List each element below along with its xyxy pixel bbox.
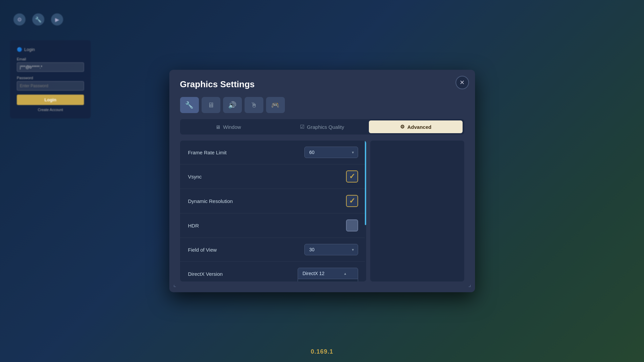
- directx-dropdown-arrow: ▲: [344, 272, 347, 275]
- directx-dropdown-container: DirectX 12 ▲ DirectX 12 DirectX 11: [298, 268, 358, 279]
- vsync-checkbox[interactable]: ✓: [346, 170, 358, 183]
- field-of-view-label: Field of View: [188, 247, 217, 253]
- tab-icons-row: 🔧 🖥 🔊 🖱 🎮: [180, 97, 464, 113]
- tab-icon-monitor[interactable]: 🖥: [202, 97, 220, 113]
- modal-overlay: Graphics Settings ✕ 🔧 🖥 🔊 🖱 🎮 🖥 Window ☑…: [0, 0, 644, 362]
- graphics-quality-icon: ☑: [300, 124, 304, 130]
- frame-rate-control: 30 60 120 Unlimited: [298, 147, 358, 158]
- setting-row-frame-rate: Frame Rate Limit 30 60 120 Unlimited: [180, 141, 366, 164]
- tab-window-label: Window: [223, 124, 241, 130]
- directx-control: DirectX 12 ▲ DirectX 12 DirectX 11: [298, 268, 358, 279]
- field-of-view-dropdown[interactable]: 20 30 45 60 75 90: [304, 244, 358, 255]
- field-of-view-control: 20 30 45 60 75 90: [298, 244, 358, 255]
- frame-rate-dropdown[interactable]: 30 60 120 Unlimited: [304, 147, 358, 158]
- right-panel: [370, 141, 464, 281]
- setting-row-hdr: HDR ✓: [180, 213, 366, 238]
- settings-panel: Frame Rate Limit 30 60 120 Unlimited: [180, 141, 366, 281]
- scroll-indicator: [365, 141, 366, 281]
- frame-rate-dropdown-wrapper: 30 60 120 Unlimited: [304, 147, 358, 158]
- directx-label: DirectX Version: [188, 268, 223, 277]
- dynamic-resolution-check-icon: ✓: [349, 197, 355, 205]
- tab-icon-gamepad[interactable]: 🎮: [266, 97, 285, 113]
- content-area: Frame Rate Limit 30 60 120 Unlimited: [180, 141, 464, 281]
- hdr-control: ✓: [298, 219, 358, 231]
- vsync-label: Vsync: [188, 174, 202, 179]
- directx-dropdown-button[interactable]: DirectX 12 ▲: [298, 268, 358, 279]
- modal-title: Graphics Settings: [180, 79, 464, 90]
- settings-scroll[interactable]: Frame Rate Limit 30 60 120 Unlimited: [180, 141, 366, 281]
- frame-rate-label: Frame Rate Limit: [188, 150, 227, 155]
- tab-graphics-quality[interactable]: ☑ Graphics Quality: [275, 120, 369, 133]
- scroll-thumb[interactable]: [365, 141, 366, 225]
- vsync-check-icon: ✓: [349, 173, 355, 180]
- hdr-label: HDR: [188, 223, 199, 228]
- setting-row-dynamic-resolution: Dynamic Resolution ✓: [180, 189, 366, 213]
- setting-row-vsync: Vsync ✓: [180, 164, 366, 189]
- tab-icon-mouse[interactable]: 🖱: [245, 97, 263, 113]
- field-of-view-dropdown-wrapper: 20 30 45 60 75 90: [304, 244, 358, 255]
- directx-option-12[interactable]: DirectX 12: [298, 279, 358, 281]
- advanced-icon: ⚙: [400, 124, 404, 130]
- directx-dropdown-menu: DirectX 12 DirectX 11: [298, 279, 358, 281]
- setting-row-directx: DirectX Version DirectX 12 ▲ DirectX 12 …: [180, 262, 366, 279]
- corner-tl-decoration: ⌞: [173, 281, 176, 288]
- window-icon: 🖥: [215, 124, 220, 130]
- sub-tabs-row: 🖥 Window ☑ Graphics Quality ⚙ Advanced: [180, 119, 464, 135]
- graphics-settings-modal: Graphics Settings ✕ 🔧 🖥 🔊 🖱 🎮 🖥 Window ☑…: [169, 70, 475, 292]
- dynamic-resolution-checkbox[interactable]: ✓: [346, 195, 358, 207]
- close-button[interactable]: ✕: [456, 76, 469, 89]
- tab-advanced-label: Advanced: [407, 124, 431, 130]
- tab-icon-sound[interactable]: 🔊: [223, 97, 242, 113]
- tab-advanced[interactable]: ⚙ Advanced: [369, 120, 463, 133]
- tab-window[interactable]: 🖥 Window: [181, 120, 275, 133]
- tab-icon-wrench[interactable]: 🔧: [180, 97, 199, 113]
- directx-selected-value: DirectX 12: [303, 271, 325, 276]
- corner-br-decoration: ⌟: [468, 281, 471, 288]
- dynamic-resolution-label: Dynamic Resolution: [188, 198, 233, 204]
- hdr-checkbox[interactable]: ✓: [346, 219, 358, 231]
- vsync-control: ✓: [298, 170, 358, 183]
- setting-row-field-of-view: Field of View 20 30 45 60 75 90: [180, 238, 366, 262]
- tab-graphics-quality-label: Graphics Quality: [307, 124, 344, 130]
- dynamic-resolution-control: ✓: [298, 195, 358, 207]
